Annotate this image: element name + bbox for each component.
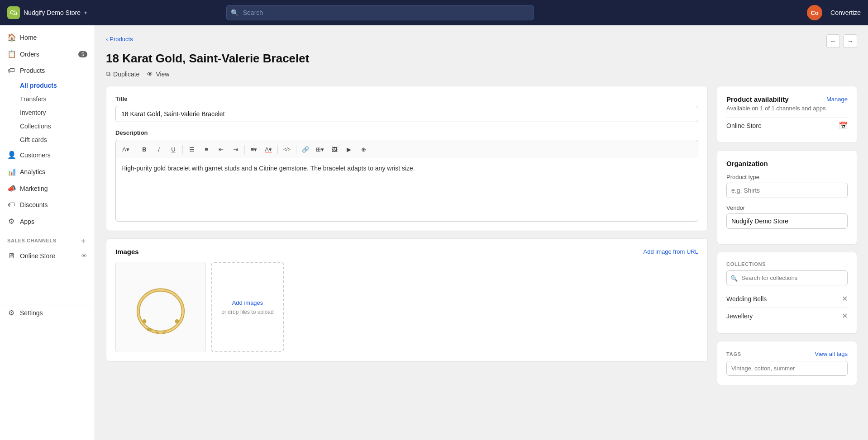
page-actions: ⧉ Duplicate 👁 View xyxy=(106,70,857,78)
images-header: Images Add image from URL xyxy=(115,248,698,255)
collections-search-icon: 🔍 xyxy=(730,274,738,281)
add-image-from-url-button[interactable]: Add image from URL xyxy=(644,248,698,255)
toolbar-divider-3 xyxy=(244,145,245,154)
sidebar-item-online-store[interactable]: 🖥 Online Store 👁 xyxy=(0,248,95,264)
duplicate-button[interactable]: ⧉ Duplicate xyxy=(106,70,139,78)
toolbar-underline-button[interactable]: U xyxy=(167,143,180,156)
toolbar-divider-4 xyxy=(277,145,278,154)
title-input[interactable] xyxy=(115,106,698,122)
organization-title: Organization xyxy=(726,160,848,167)
sidebar-subitem-collections[interactable]: Collections xyxy=(0,119,95,133)
sidebar-item-analytics[interactable]: 📊 Analytics xyxy=(0,163,95,180)
collection-name: Jewellery xyxy=(726,312,753,320)
sidebar-item-customers[interactable]: 👤 Customers xyxy=(0,147,95,163)
toolbar-bullet-list-button[interactable]: ☰ xyxy=(186,143,198,156)
store-selector[interactable]: 🛍 Nudgify Demo Store ▾ xyxy=(7,6,87,19)
sidebar-item-discounts[interactable]: 🏷 Discounts xyxy=(0,197,95,213)
toolbar-table-button[interactable]: ⊞▾ xyxy=(314,143,326,156)
sidebar-label-marketing: Marketing xyxy=(20,185,48,192)
toolbar-ordered-list-button[interactable]: ≡ xyxy=(200,143,213,156)
toolbar-indent-decrease-button[interactable]: ⇤ xyxy=(215,143,227,156)
store-name: Nudgify Demo Store xyxy=(24,9,81,16)
duplicate-icon: ⧉ xyxy=(106,70,110,78)
view-all-tags-link[interactable]: View all tags xyxy=(815,350,848,357)
search-input[interactable] xyxy=(226,5,534,20)
online-store-visibility-icon[interactable]: 👁 xyxy=(81,252,87,260)
sidebar-label-customers: Customers xyxy=(20,151,51,159)
avatar[interactable]: Co xyxy=(807,5,822,20)
sidebar-subitem-transfers[interactable]: Transfers xyxy=(0,92,95,106)
remove-jewellery-button[interactable]: ✕ xyxy=(842,312,848,320)
discounts-icon: 🏷 xyxy=(7,201,15,209)
sidebar-item-products[interactable]: 🏷 Products xyxy=(0,62,95,79)
vendor-group: Vendor Nudgify Demo Store xyxy=(726,204,848,229)
collection-name: Wedding Bells xyxy=(726,295,767,303)
home-icon: 🏠 xyxy=(7,33,15,42)
description-field-label: Description xyxy=(115,129,698,136)
search-icon: 🔍 xyxy=(231,9,238,16)
top-navigation: 🛍 Nudgify Demo Store ▾ 🔍 Co Convertize xyxy=(0,0,868,25)
tags-header: TAGS View all tags xyxy=(726,350,848,357)
sidebar-subitem-gift-cards[interactable]: Gift cards xyxy=(0,133,95,147)
toolbar-link-button[interactable]: 🔗 xyxy=(299,143,312,156)
sidebar-item-apps[interactable]: ⚙ Apps xyxy=(0,213,95,230)
toolbar-indent-increase-button[interactable]: ⇥ xyxy=(229,143,242,156)
prev-product-button[interactable]: ← xyxy=(826,34,840,48)
product-type-group: Product type xyxy=(726,174,848,198)
channel-name: Online Store xyxy=(726,122,762,129)
collection-item-wedding-bells: Wedding Bells ✕ xyxy=(726,290,848,307)
add-images-label: Add images xyxy=(232,299,263,306)
sidebar-label-products: Products xyxy=(20,67,45,74)
vendor-select[interactable]: Nudgify Demo Store xyxy=(726,213,848,229)
toolbar-source-code-button[interactable]: </> xyxy=(281,143,293,156)
page-navigation: ← → xyxy=(826,34,857,48)
sales-channels-label: SALES CHANNELS xyxy=(7,238,57,243)
images-title: Images xyxy=(115,248,139,255)
product-image-thumb[interactable] xyxy=(115,262,206,352)
toolbar-divider-1 xyxy=(135,145,135,154)
toolbar-align-button[interactable]: ≡▾ xyxy=(248,143,260,156)
orders-icon: 📋 xyxy=(7,50,15,58)
sidebar-label-analytics: Analytics xyxy=(20,168,45,175)
availability-card: Product availability Manage Available on… xyxy=(717,86,857,143)
svg-point-3 xyxy=(175,319,179,323)
sidebar-item-marketing[interactable]: 📣 Marketing xyxy=(0,180,95,197)
product-type-label: Product type xyxy=(726,174,848,180)
toolbar-color-button[interactable]: A▾ xyxy=(262,143,275,156)
availability-subtitle: Available on 1 of 1 channels and apps xyxy=(726,105,848,112)
toolbar-italic-button[interactable]: I xyxy=(153,143,165,156)
tags-input[interactable] xyxy=(726,361,848,376)
add-sales-channel-button[interactable]: ＋ xyxy=(79,235,87,246)
global-search: 🔍 xyxy=(226,5,534,20)
breadcrumb-arrow-left: ‹ xyxy=(106,36,108,43)
right-column: Product availability Manage Available on… xyxy=(717,86,857,393)
sidebar-item-home[interactable]: 🏠 Home xyxy=(0,29,95,46)
remove-wedding-bells-button[interactable]: ✕ xyxy=(842,294,848,303)
image-upload-box[interactable]: Add images or drop files to upload xyxy=(211,262,284,352)
content-grid: Title Description A▾ B I U ☰ xyxy=(106,86,857,393)
sidebar-item-settings[interactable]: ⚙ Settings xyxy=(0,304,95,321)
editor-toolbar: A▾ B I U ☰ ≡ ⇤ ⇥ ≡▾ A▾ xyxy=(115,140,698,158)
description-editor[interactable]: High-purity gold bracelet with garnet st… xyxy=(115,158,698,222)
toolbar-bold-button[interactable]: B xyxy=(138,143,151,156)
next-product-button[interactable]: → xyxy=(844,34,857,48)
view-button[interactable]: 👁 View xyxy=(147,70,169,78)
sidebar-subitem-all-products[interactable]: All products xyxy=(0,79,95,92)
toolbar-font-size-button[interactable]: A▾ xyxy=(119,143,132,156)
breadcrumb[interactable]: ‹ Products xyxy=(106,36,133,43)
sidebar-label-online-store: Online Store xyxy=(20,252,55,260)
sidebar-subitem-inventory[interactable]: Inventory xyxy=(0,106,95,119)
schedule-icon[interactable]: 📅 xyxy=(839,121,848,130)
collections-search-input[interactable] xyxy=(726,270,848,285)
toolbar-more-button[interactable]: ⊕ xyxy=(357,143,370,156)
sidebar-item-orders[interactable]: 📋 Orders 5 xyxy=(0,46,95,62)
toolbar-image-button[interactable]: 🖼 xyxy=(328,143,341,156)
toolbar-video-button[interactable]: ▶ xyxy=(343,143,355,156)
analytics-icon: 📊 xyxy=(7,167,15,176)
sales-channels-header: SALES CHANNELS ＋ xyxy=(0,230,95,248)
product-type-input[interactable] xyxy=(726,183,848,198)
store-logo-icon: 🛍 xyxy=(7,6,20,19)
manage-availability-link[interactable]: Manage xyxy=(826,96,848,103)
vendor-label: Vendor xyxy=(726,204,848,211)
apps-icon: ⚙ xyxy=(7,217,15,226)
